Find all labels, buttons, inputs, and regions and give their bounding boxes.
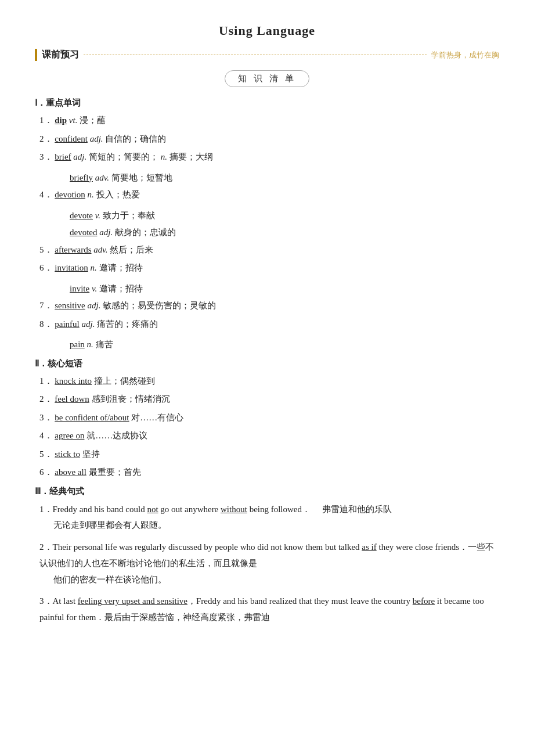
vocab-list: 7． sensitive adj. 敏感的；易受伤害的；灵敏的 8． painf… (35, 298, 499, 332)
knowledge-badge-label: 知 识 清 单 (225, 70, 310, 87)
item-num: 1． (39, 116, 53, 125)
item-pos: adj. (73, 152, 86, 161)
section3-label: Ⅲ．经典句式 (35, 486, 499, 497)
list-item: 1．Freddy and his band could not go out a… (35, 502, 499, 534)
header-bar-right-text: 学前热身，成竹在胸 (431, 50, 499, 60)
sub-pos: v. (95, 211, 100, 220)
item-pos: n. (91, 263, 97, 272)
section1-label: Ⅰ．重点单词 (35, 98, 499, 109)
item-num: 5． (39, 245, 53, 254)
sub-item: briefly adv. 简要地；短暂地 (35, 171, 499, 186)
phrase-text: feel down (55, 394, 89, 404)
phrase-meaning: 感到沮丧；情绪消沉 (92, 394, 170, 404)
item-word: afterwards (55, 245, 91, 254)
sentence-en: 1．Freddy and his band could not go out a… (39, 502, 499, 518)
list-item: 2． confident adj. 自信的；确信的 (35, 132, 499, 147)
phrase-meaning: 坚持 (82, 449, 100, 459)
knowledge-badge: 知 识 清 单 (35, 70, 499, 87)
list-item: 4． agree on 就……达成协议 (35, 429, 499, 444)
list-item: 7． sensitive adj. 敏感的；易受伤害的；灵敏的 (35, 298, 499, 314)
sub-item: pain n. 痛苦 (35, 337, 499, 352)
item-num: 3． (39, 152, 53, 161)
sub-word: invite (70, 284, 89, 293)
phrase-text: agree on (55, 431, 84, 440)
page-title: Using Language (35, 23, 499, 38)
list-item: 2． feel down 感到沮丧；情绪消沉 (35, 392, 499, 407)
item-meaning: 投入；热爱 (96, 190, 140, 199)
list-item: 5． afterwards adv. 然后；后来 (35, 243, 499, 258)
item-pos: adv. (93, 245, 107, 254)
vocab-list: 1． dip vt. 浸；蘸 2． confident adj. 自信的；确信的… (35, 113, 499, 165)
sentence-underline: without (221, 505, 247, 514)
list-item: 8． painful adj. 痛苦的；疼痛的 (35, 317, 499, 332)
list-item: 3． brief adj. 简短的；简要的； n. 摘要；大纲 (35, 150, 499, 165)
list-item: 3．At last feeling very upset and sensiti… (35, 593, 499, 626)
sentence-underline: before (413, 596, 435, 606)
phrase-meaning: 撞上；偶然碰到 (94, 376, 155, 386)
item-num: 7． (39, 301, 53, 310)
sentence-underline: as if (362, 542, 376, 552)
sentence-en: 2．Their personal life was regularly disc… (39, 539, 499, 572)
header-bar-dots (84, 55, 427, 55)
item-meaning: 浸；蘸 (80, 116, 106, 125)
list-item: 3． be confident of/about 对……有信心 (35, 411, 499, 426)
section2-label: Ⅱ．核心短语 (35, 358, 499, 369)
phrase-num: 2． (39, 394, 53, 404)
item-meaning: 自信的；确信的 (105, 134, 166, 143)
phrase-meaning: 对……有信心 (131, 413, 183, 422)
item-pos: n. (88, 190, 94, 199)
sentence-list: 1．Freddy and his band could not go out a… (35, 502, 499, 626)
item-pos: adj. (82, 319, 95, 329)
list-item: 6． above all 最重要；首先 (35, 465, 499, 480)
phrase-text: knock into (55, 376, 92, 386)
sub-word: briefly (70, 173, 93, 182)
sentence-cn: 他们的密友一样在谈论他们。 (39, 572, 499, 588)
item-pos2: n. (161, 152, 167, 161)
phrase-num: 5． (39, 449, 53, 459)
item-word: dip (55, 116, 67, 125)
phrase-num: 6． (39, 467, 53, 477)
item-meaning: 敏感的；易受伤害的；灵敏的 (103, 301, 216, 310)
list-item: 4． devotion n. 投入；热爱 (35, 188, 499, 203)
item-pos: adj. (90, 134, 103, 143)
item-num: 6． (39, 263, 53, 272)
sub-word: pain (70, 340, 85, 349)
item-word: brief (55, 152, 71, 161)
item-num: 4． (39, 190, 53, 199)
item-word: confident (55, 134, 88, 143)
sub-pos: v. (92, 284, 97, 293)
item-meaning2: 摘要；大纲 (169, 152, 213, 161)
sub-meaning: 简要地；短暂地 (111, 173, 172, 182)
sub-item: devote v. 致力于；奉献 (35, 208, 499, 224)
item-num: 2． (39, 134, 53, 143)
item-pos: adj. (88, 301, 101, 310)
sub-pos: adj. (99, 228, 113, 237)
item-meaning: 痛苦的；疼痛的 (97, 319, 158, 329)
header-bar-label: 课前预习 (42, 49, 79, 61)
list-item: 1． knock into 撞上；偶然碰到 (35, 374, 499, 389)
list-item: 5． stick to 坚持 (35, 447, 499, 462)
list-item: 1． dip vt. 浸；蘸 (35, 113, 499, 128)
item-word: painful (55, 319, 80, 329)
sentence-cn: 无论走到哪里都会有人跟随。 (39, 517, 499, 534)
section-header-bar: 课前预习 学前热身，成竹在胸 (35, 49, 499, 61)
sub-meaning: 痛苦 (96, 340, 113, 349)
item-word: devotion (55, 190, 85, 199)
sub-word: devote (70, 211, 93, 220)
sub-meaning: 邀请；招待 (99, 284, 143, 293)
phrase-num: 3． (39, 413, 53, 422)
phrase-meaning: 就……达成协议 (86, 431, 147, 440)
sub-word: devoted (70, 228, 97, 237)
item-meaning: 邀请；招待 (99, 263, 143, 272)
phrase-num: 1． (39, 376, 53, 386)
item-meaning: 然后；后来 (110, 245, 153, 254)
item-meaning: 简短的；简要的； (89, 152, 158, 161)
vocab-list: 5． afterwards adv. 然后；后来 6． invitation n… (35, 243, 499, 276)
sub-pos: n. (87, 340, 93, 349)
sub-meaning: 献身的；忠诚的 (115, 228, 176, 237)
item-num: 8． (39, 319, 53, 329)
sub-item: invite v. 邀请；招待 (35, 282, 499, 297)
list-item: 6． invitation n. 邀请；招待 (35, 261, 499, 276)
phrase-meaning: 最重要；首先 (89, 467, 141, 477)
phrase-num: 4． (39, 431, 53, 440)
